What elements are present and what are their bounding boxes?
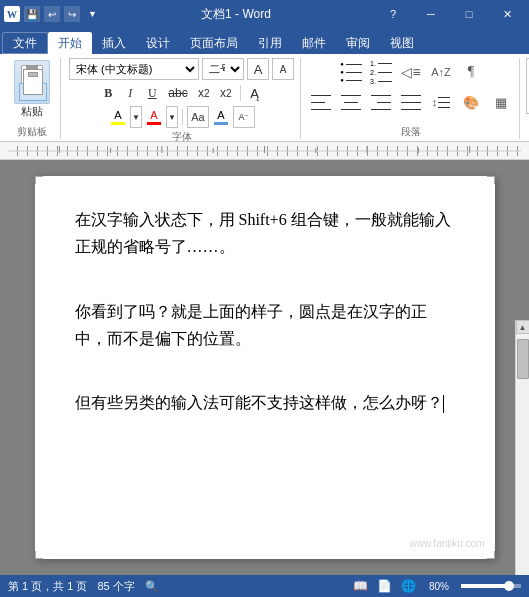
font-format-row: B I U abc x2 x2 Ą: [98, 83, 264, 103]
format-divider: [240, 85, 241, 101]
clipboard-section: 粘贴 剪贴板: [4, 58, 61, 139]
font-top-row: 宋体 (中文标题) 二号 A A: [69, 58, 294, 80]
show-marks-btn[interactable]: ¶: [457, 58, 485, 86]
status-bar: 第 1 页，共 1 页 85 个字 🔍 📖 📄 🌐 80%: [0, 575, 529, 597]
tab-view[interactable]: 视图: [380, 32, 424, 54]
tab-insert[interactable]: 插入: [92, 32, 136, 54]
tab-home[interactable]: 开始: [48, 32, 92, 54]
text-highlight-btn[interactable]: A: [108, 107, 128, 127]
paragraph-section: ● ● ● 1. 2. 3. ◁≡: [303, 58, 520, 139]
highlight-dropdown-btn[interactable]: ▼: [130, 106, 142, 128]
justify-btn[interactable]: [397, 88, 425, 116]
watermark: www.fantiku.com: [409, 538, 484, 549]
align-left-btn[interactable]: [307, 88, 335, 116]
tab-review[interactable]: 审阅: [336, 32, 380, 54]
superscript-button[interactable]: x2: [216, 83, 236, 103]
app-window: W 💾 ↩ ↪ ▼ 文档1 - Word ? ─ □ ✕ 文件 开始 插入 设计…: [0, 0, 529, 597]
workspace: 在汉字输入状态下，用 Shift+6 组合键，一般就能输入正规的省略号了……。 …: [0, 160, 529, 575]
help-button[interactable]: ?: [375, 4, 411, 24]
paragraph-1: 在汉字输入状态下，用 Shift+6 组合键，一般就能输入正规的省略号了……。: [75, 206, 455, 260]
numbered-list-btn[interactable]: 1. 2. 3.: [367, 58, 395, 86]
paragraph-3: 但有些另类的输入法可能不支持这样做，怎么办呀？: [75, 389, 455, 416]
border-btn[interactable]: ▦: [487, 88, 515, 116]
shading-btn[interactable]: 🎨: [457, 88, 485, 116]
justify-icon: [401, 93, 421, 112]
align-right-btn[interactable]: [367, 88, 395, 116]
paste-icon: [14, 60, 50, 104]
clear-all-btn[interactable]: A⁻: [233, 106, 255, 128]
align-center-icon: [341, 93, 361, 112]
font-color-dropdown-btn[interactable]: ▼: [166, 106, 178, 128]
font-section: 宋体 (中文标题) 二号 A A B I U abc x2 x2 Ą: [63, 58, 301, 139]
restore-button[interactable]: □: [451, 4, 487, 24]
subscript-button[interactable]: x2: [194, 83, 214, 103]
font-size-increase-btn[interactable]: A: [247, 58, 269, 80]
scroll-track[interactable]: [516, 334, 529, 575]
read-mode-btn[interactable]: 📖: [353, 579, 369, 593]
word-count: 85 个字: [97, 579, 134, 594]
scroll-up-btn[interactable]: ▲: [516, 320, 530, 334]
document-page[interactable]: 在汉字输入状态下，用 Shift+6 组合键，一般就能输入正规的省略号了……。 …: [35, 176, 495, 559]
bullet-list-btn[interactable]: ● ● ●: [337, 58, 365, 86]
font-color-icon: A: [150, 109, 157, 121]
color-divider: [182, 109, 183, 125]
save-quick-btn[interactable]: 💾: [24, 6, 40, 22]
font-color-row: A ▼ A ▼ Aa A A⁻: [108, 106, 255, 128]
undo-quick-btn[interactable]: ↩: [44, 6, 60, 22]
styles-section: 样式: [522, 58, 529, 139]
align-center-btn[interactable]: [337, 88, 365, 116]
close-button[interactable]: ✕: [489, 4, 525, 24]
page-corner-br: [487, 551, 495, 559]
font-color-stripe: [147, 122, 161, 125]
zoom-thumb[interactable]: [504, 581, 514, 591]
status-bar-right: 📖 📄 🌐 80%: [353, 579, 521, 593]
quick-access-dropdown[interactable]: ▼: [88, 9, 97, 19]
document-content: 在汉字输入状态下，用 Shift+6 组合键，一般就能输入正规的省略号了……。 …: [75, 206, 455, 416]
font-color-btn[interactable]: A: [144, 107, 164, 127]
highlight-color-stripe: [111, 122, 125, 125]
italic-button[interactable]: I: [120, 83, 140, 103]
font-size-select[interactable]: 二号: [202, 58, 244, 80]
title-bar-controls: ? ─ □ ✕: [375, 4, 525, 24]
redo-quick-btn[interactable]: ↪: [64, 6, 80, 22]
underline-button[interactable]: U: [142, 83, 162, 103]
page-corner-tl: [35, 176, 43, 184]
web-layout-btn[interactable]: 🌐: [401, 579, 417, 593]
paragraph-mark-icon: ¶: [468, 64, 474, 80]
bold-button[interactable]: B: [98, 83, 118, 103]
ruler-line: [8, 146, 521, 156]
font-family-select[interactable]: 宋体 (中文标题): [69, 58, 199, 80]
strikethrough-button[interactable]: abc: [164, 83, 191, 103]
font-size-decrease-btn[interactable]: A: [272, 58, 294, 80]
bullet-list-icon: ● ● ●: [340, 61, 362, 83]
ribbon-body: 粘贴 剪贴板 宋体 (中文标题) 二号 A A B: [0, 54, 529, 142]
zoom-slider[interactable]: [461, 584, 521, 588]
clipboard-label: 剪贴板: [17, 123, 47, 139]
numbered-list-icon: 1. 2. 3.: [370, 60, 392, 85]
font-aa-btn[interactable]: Aa: [187, 106, 209, 128]
print-layout-btn[interactable]: 📄: [377, 579, 393, 593]
paste-label: 粘贴: [21, 104, 43, 119]
scroll-thumb[interactable]: [517, 339, 529, 379]
border-icon: ▦: [495, 95, 507, 110]
sort-btn[interactable]: A↑Z: [427, 58, 455, 86]
tab-references[interactable]: 引用: [248, 32, 292, 54]
line-spacing-btn[interactable]: ↕: [427, 88, 455, 116]
paste-button[interactable]: 粘贴: [10, 58, 54, 121]
char-spacing-btn[interactable]: A: [211, 107, 231, 127]
sort-icon: A↑Z: [431, 66, 451, 78]
paragraph-2: 你看到了吗？就是上面的样子，圆点是在汉字的正中，而不是偏下的位置。: [75, 298, 455, 352]
char-spacing-stripe: [214, 122, 228, 125]
clear-format-button[interactable]: Ą: [245, 83, 265, 103]
tab-design[interactable]: 设计: [136, 32, 180, 54]
indent-decrease-btn[interactable]: ◁≡: [397, 58, 425, 86]
zoom-fill: [461, 584, 509, 588]
minimize-button[interactable]: ─: [413, 4, 449, 24]
tab-layout[interactable]: 页面布局: [180, 32, 248, 54]
tab-file[interactable]: 文件: [2, 32, 48, 54]
scrollbar: ▲ ▼: [515, 320, 529, 575]
shading-icon: 🎨: [463, 95, 479, 110]
tab-mailings[interactable]: 邮件: [292, 32, 336, 54]
title-bar-left: W 💾 ↩ ↪ ▼: [4, 6, 97, 22]
indent-decrease-icon: ◁≡: [401, 64, 420, 80]
